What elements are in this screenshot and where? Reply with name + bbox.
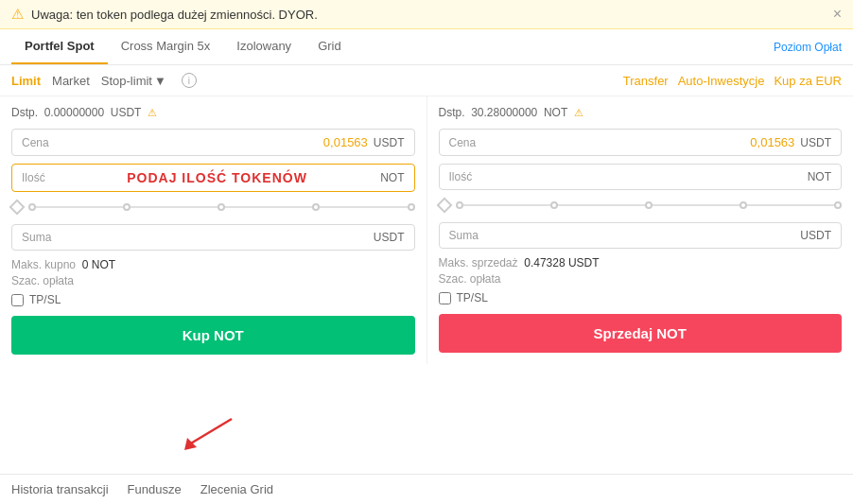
tabs-row: Portfel Spot Cross Margin 5x Izolowany G… bbox=[0, 29, 853, 65]
buy-price-label: Cena bbox=[22, 136, 60, 149]
buy-sum-row[interactable]: Suma USDT bbox=[11, 224, 415, 251]
buy-sum-unit: USDT bbox=[374, 231, 405, 244]
sell-button[interactable]: Sprzedaj NOT bbox=[439, 314, 843, 353]
buy-price-unit: USDT bbox=[374, 136, 405, 149]
buy-panel: Dstp. 0.00000000 USDT ⚠ Cena 0,01563 USD… bbox=[0, 96, 427, 364]
buy-sum-label: Suma bbox=[22, 231, 51, 244]
sell-slider-track[interactable] bbox=[456, 204, 843, 206]
buy-qty-field[interactable]: Ilość PODAJ ILOŚĆ TOKENÓW NOT bbox=[11, 164, 415, 192]
sell-tpsl-row[interactable]: TP/SL bbox=[439, 291, 843, 304]
stop-limit-order-btn[interactable]: Stop-limit ▼ bbox=[101, 74, 166, 88]
sell-panel: Dstp. 30.28000000 NOT ⚠ Cena 0,01563 USD… bbox=[427, 96, 854, 364]
svg-marker-1 bbox=[184, 438, 197, 450]
buy-slider-dot-4 bbox=[312, 203, 320, 211]
sell-avail-row: Dstp. 30.28000000 NOT ⚠ bbox=[439, 106, 843, 119]
buy-qty-placeholder: PODAJ ILOŚĆ TOKENÓW bbox=[60, 170, 374, 185]
page-wrapper: ⚠ Uwaga: ten token podlega dużej zmienno… bbox=[0, 0, 853, 504]
buy-max-label: Maks. kupno bbox=[11, 258, 76, 271]
warning-icon: ⚠ bbox=[11, 6, 24, 23]
tab-izolowany[interactable]: Izolowany bbox=[223, 29, 305, 64]
header-buttons: Transfer Auto-Inwestycje Kup za EUR bbox=[623, 74, 842, 88]
buy-slider-dot-1 bbox=[28, 203, 36, 211]
info-icon[interactable]: i bbox=[182, 73, 197, 88]
buy-price-field[interactable]: Cena 0,01563 USDT bbox=[11, 129, 415, 156]
sell-qty-field[interactable]: Ilość NOT bbox=[439, 164, 843, 190]
sell-slider-dot-3 bbox=[645, 201, 653, 209]
sell-avail-unit: NOT bbox=[544, 106, 567, 119]
market-order-btn[interactable]: Market bbox=[52, 74, 90, 88]
buy-slider-dot-3 bbox=[218, 203, 225, 211]
sell-tpsl-label: TP/SL bbox=[457, 291, 488, 304]
sell-avail-value: 30.28000000 bbox=[471, 106, 537, 119]
buy-price-value: 0,01563 bbox=[60, 135, 368, 149]
sell-slider-dot-2 bbox=[550, 201, 558, 209]
bottom-tab-grid-orders[interactable]: Zlecenia Grid bbox=[200, 482, 273, 496]
bottom-tab-history[interactable]: Historia transakcji bbox=[11, 482, 109, 496]
stop-limit-label: Stop-limit bbox=[101, 74, 152, 88]
sell-fee-row: Szac. opłata bbox=[439, 272, 843, 286]
sell-avail-warn-icon: ⚠ bbox=[574, 107, 583, 118]
sell-price-value: 0,01563 bbox=[487, 135, 795, 149]
buy-fee-label: Szac. opłata bbox=[11, 274, 74, 287]
buy-qty-unit: NOT bbox=[380, 171, 404, 184]
buy-tpsl-row[interactable]: TP/SL bbox=[11, 293, 415, 306]
tab-cross-margin[interactable]: Cross Margin 5x bbox=[108, 29, 224, 64]
auto-invest-button[interactable]: Auto-Inwestycje bbox=[678, 74, 765, 88]
tab-portfel-spot[interactable]: Portfel Spot bbox=[11, 29, 108, 64]
sell-slider-dot-5 bbox=[834, 201, 842, 209]
buy-fee-row: Szac. opłata bbox=[11, 274, 415, 287]
sell-slider-dot-4 bbox=[740, 201, 747, 209]
sell-avail-label: Dstp. bbox=[439, 106, 465, 119]
order-type-row: Limit Market Stop-limit ▼ i Transfer Aut… bbox=[0, 65, 853, 96]
buy-avail-value: 0.00000000 bbox=[44, 106, 104, 119]
buy-eur-button[interactable]: Kup za EUR bbox=[774, 74, 842, 88]
buy-avail-unit: USDT bbox=[111, 106, 141, 119]
arrow-indicator bbox=[180, 414, 236, 455]
buy-qty-label: Ilość bbox=[22, 171, 60, 184]
sell-qty-label: Ilość bbox=[449, 170, 487, 183]
buy-tpsl-checkbox[interactable] bbox=[11, 294, 24, 306]
buy-slider-dot-2 bbox=[123, 203, 131, 211]
buy-avail-label: Dstp. bbox=[11, 106, 38, 119]
tab-grid[interactable]: Grid bbox=[305, 29, 355, 64]
buy-slider-dot-5 bbox=[408, 203, 415, 211]
stop-limit-dropdown-icon: ▼ bbox=[154, 74, 166, 88]
warning-text: Uwaga: ten token podlega dużej zmiennośc… bbox=[31, 8, 826, 22]
buy-max-row: Maks. kupno 0 NOT bbox=[11, 258, 415, 271]
sell-tpsl-checkbox[interactable] bbox=[439, 292, 451, 304]
sell-max-label: Maks. sprzedaż bbox=[439, 256, 518, 269]
buy-button[interactable]: Kup NOT bbox=[11, 316, 415, 355]
sell-slider-diamond bbox=[436, 198, 452, 214]
sell-sum-row[interactable]: Suma USDT bbox=[439, 222, 843, 249]
sell-price-field[interactable]: Cena 0,01563 USDT bbox=[439, 129, 843, 156]
buy-slider-row[interactable] bbox=[11, 200, 415, 215]
svg-line-0 bbox=[189, 419, 232, 444]
main-content: Dstp. 0.00000000 USDT ⚠ Cena 0,01563 USD… bbox=[0, 96, 853, 364]
sell-price-label: Cena bbox=[449, 136, 487, 149]
sell-price-unit: USDT bbox=[800, 136, 831, 149]
sell-slider-dot-1 bbox=[456, 201, 463, 209]
limit-order-btn[interactable]: Limit bbox=[11, 74, 41, 88]
transfer-button[interactable]: Transfer bbox=[623, 74, 669, 88]
sell-fee-label: Szac. opłata bbox=[439, 272, 501, 286]
sell-max-row: Maks. sprzedaż 0.47328 USDT bbox=[439, 256, 843, 269]
buy-max-value: 0 NOT bbox=[82, 258, 115, 271]
sell-qty-unit: NOT bbox=[808, 170, 831, 183]
buy-avail-warn-icon: ⚠ bbox=[148, 107, 157, 118]
sell-slider-row[interactable] bbox=[439, 198, 843, 213]
sell-max-value: 0.47328 USDT bbox=[524, 256, 599, 269]
bottom-tab-funds[interactable]: Fundusze bbox=[128, 482, 182, 496]
warning-close-button[interactable]: × bbox=[833, 6, 842, 23]
sell-sum-unit: USDT bbox=[800, 229, 831, 242]
sell-sum-label: Suma bbox=[449, 229, 479, 242]
buy-avail-row: Dstp. 0.00000000 USDT ⚠ bbox=[11, 106, 415, 119]
buy-slider-track[interactable] bbox=[28, 206, 415, 208]
buy-tpsl-label: TP/SL bbox=[29, 293, 61, 306]
buy-slider-diamond bbox=[9, 200, 26, 216]
fee-level-link[interactable]: Poziom Opłat bbox=[774, 31, 842, 63]
warning-banner: ⚠ Uwaga: ten token podlega dużej zmienno… bbox=[0, 0, 853, 29]
bottom-tabs: Historia transakcji Fundusze Zlecenia Gr… bbox=[0, 474, 853, 504]
